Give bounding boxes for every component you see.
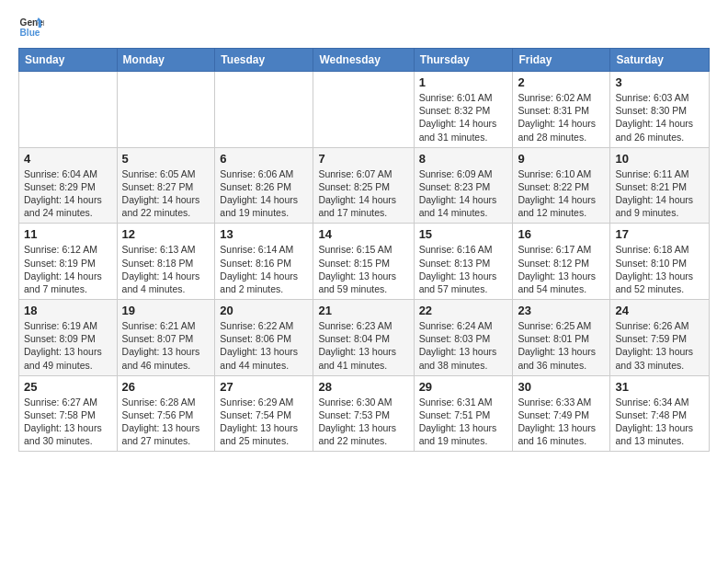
day-number: 18 <box>24 304 112 317</box>
week-row-2: 4Sunrise: 6:04 AM Sunset: 8:29 PM Daylig… <box>19 147 710 224</box>
cell-info: Sunrise: 6:02 AM Sunset: 8:31 PM Dayligh… <box>518 91 605 144</box>
svg-text:Blue: Blue <box>20 28 40 38</box>
day-number: 26 <box>122 380 210 394</box>
calendar-cell: 31Sunrise: 6:34 AM Sunset: 7:48 PM Dayli… <box>610 375 710 452</box>
day-number: 25 <box>24 380 112 394</box>
day-number: 15 <box>419 227 508 241</box>
calendar-cell: 3Sunrise: 6:03 AM Sunset: 8:30 PM Daylig… <box>610 72 710 148</box>
calendar-cell: 19Sunrise: 6:21 AM Sunset: 8:07 PM Dayli… <box>117 300 215 376</box>
cell-info: Sunrise: 6:17 AM Sunset: 8:12 PM Dayligh… <box>518 243 605 295</box>
calendar-cell: 7Sunrise: 6:07 AM Sunset: 8:25 PM Daylig… <box>313 147 414 224</box>
day-number: 2 <box>518 75 605 89</box>
cell-info: Sunrise: 6:29 AM Sunset: 7:54 PM Dayligh… <box>220 396 308 448</box>
day-number: 30 <box>518 380 605 394</box>
day-number: 12 <box>122 227 210 241</box>
cell-info: Sunrise: 6:26 AM Sunset: 7:59 PM Dayligh… <box>615 319 704 372</box>
day-number: 24 <box>615 304 704 317</box>
col-header-thursday: Thursday <box>414 49 513 72</box>
calendar-cell <box>117 72 215 148</box>
calendar-cell: 2Sunrise: 6:02 AM Sunset: 8:31 PM Daylig… <box>513 72 610 148</box>
day-number: 17 <box>615 227 704 241</box>
week-row-3: 11Sunrise: 6:12 AM Sunset: 8:19 PM Dayli… <box>19 224 710 300</box>
page-header: General Blue <box>18 15 710 40</box>
day-number: 6 <box>220 152 308 166</box>
cell-info: Sunrise: 6:11 AM Sunset: 8:21 PM Dayligh… <box>615 167 704 220</box>
day-number: 29 <box>419 380 508 394</box>
calendar-cell: 13Sunrise: 6:14 AM Sunset: 8:16 PM Dayli… <box>215 224 313 300</box>
cell-info: Sunrise: 6:33 AM Sunset: 7:49 PM Dayligh… <box>518 396 605 448</box>
calendar-cell <box>19 72 118 148</box>
col-header-monday: Monday <box>117 49 215 72</box>
calendar-cell: 21Sunrise: 6:23 AM Sunset: 8:04 PM Dayli… <box>313 300 414 376</box>
cell-info: Sunrise: 6:03 AM Sunset: 8:30 PM Dayligh… <box>615 91 704 144</box>
calendar-cell <box>215 72 313 148</box>
cell-info: Sunrise: 6:27 AM Sunset: 7:58 PM Dayligh… <box>24 396 112 448</box>
calendar-cell: 5Sunrise: 6:05 AM Sunset: 8:27 PM Daylig… <box>117 147 215 224</box>
calendar-cell: 26Sunrise: 6:28 AM Sunset: 7:56 PM Dayli… <box>117 375 215 452</box>
cell-info: Sunrise: 6:04 AM Sunset: 8:29 PM Dayligh… <box>24 167 112 220</box>
week-row-1: 1Sunrise: 6:01 AM Sunset: 8:32 PM Daylig… <box>19 72 710 148</box>
day-number: 9 <box>518 152 605 166</box>
cell-info: Sunrise: 6:18 AM Sunset: 8:10 PM Dayligh… <box>615 243 704 295</box>
day-number: 16 <box>518 227 605 241</box>
day-number: 1 <box>419 75 508 89</box>
calendar-cell: 6Sunrise: 6:06 AM Sunset: 8:26 PM Daylig… <box>215 147 313 224</box>
cell-info: Sunrise: 6:19 AM Sunset: 8:09 PM Dayligh… <box>24 319 112 372</box>
day-number: 28 <box>318 380 408 394</box>
calendar-cell: 20Sunrise: 6:22 AM Sunset: 8:06 PM Dayli… <box>215 300 313 376</box>
day-number: 19 <box>122 304 210 317</box>
cell-info: Sunrise: 6:30 AM Sunset: 7:53 PM Dayligh… <box>318 396 408 448</box>
calendar-cell: 11Sunrise: 6:12 AM Sunset: 8:19 PM Dayli… <box>19 224 118 300</box>
day-number: 8 <box>419 152 508 166</box>
day-number: 3 <box>615 75 704 89</box>
day-number: 13 <box>220 227 308 241</box>
calendar-cell: 22Sunrise: 6:24 AM Sunset: 8:03 PM Dayli… <box>414 300 513 376</box>
day-number: 4 <box>24 152 112 166</box>
calendar-cell: 17Sunrise: 6:18 AM Sunset: 8:10 PM Dayli… <box>610 224 710 300</box>
calendar-cell: 24Sunrise: 6:26 AM Sunset: 7:59 PM Dayli… <box>610 300 710 376</box>
calendar-cell: 29Sunrise: 6:31 AM Sunset: 7:51 PM Dayli… <box>414 375 513 452</box>
calendar-cell: 30Sunrise: 6:33 AM Sunset: 7:49 PM Dayli… <box>513 375 610 452</box>
day-number: 23 <box>518 304 605 317</box>
week-row-5: 25Sunrise: 6:27 AM Sunset: 7:58 PM Dayli… <box>19 375 710 452</box>
calendar-cell: 18Sunrise: 6:19 AM Sunset: 8:09 PM Dayli… <box>19 300 118 376</box>
col-header-sunday: Sunday <box>19 49 118 72</box>
cell-info: Sunrise: 6:28 AM Sunset: 7:56 PM Dayligh… <box>122 396 210 448</box>
calendar-cell: 14Sunrise: 6:15 AM Sunset: 8:15 PM Dayli… <box>313 224 414 300</box>
day-number: 21 <box>318 304 408 317</box>
logo: General Blue <box>18 15 44 40</box>
cell-info: Sunrise: 6:14 AM Sunset: 8:16 PM Dayligh… <box>220 243 308 295</box>
calendar-cell: 15Sunrise: 6:16 AM Sunset: 8:13 PM Dayli… <box>414 224 513 300</box>
day-number: 31 <box>615 380 704 394</box>
calendar-cell: 23Sunrise: 6:25 AM Sunset: 8:01 PM Dayli… <box>513 300 610 376</box>
calendar-cell <box>313 72 414 148</box>
col-header-wednesday: Wednesday <box>313 49 414 72</box>
cell-info: Sunrise: 6:34 AM Sunset: 7:48 PM Dayligh… <box>615 396 704 448</box>
cell-info: Sunrise: 6:10 AM Sunset: 8:22 PM Dayligh… <box>518 167 605 220</box>
col-header-friday: Friday <box>513 49 610 72</box>
logo-icon: General Blue <box>18 15 44 40</box>
cell-info: Sunrise: 6:07 AM Sunset: 8:25 PM Dayligh… <box>318 167 408 220</box>
cell-info: Sunrise: 6:09 AM Sunset: 8:23 PM Dayligh… <box>419 167 508 220</box>
col-header-tuesday: Tuesday <box>215 49 313 72</box>
day-number: 11 <box>24 227 112 241</box>
cell-info: Sunrise: 6:25 AM Sunset: 8:01 PM Dayligh… <box>518 319 605 372</box>
calendar-cell: 28Sunrise: 6:30 AM Sunset: 7:53 PM Dayli… <box>313 375 414 452</box>
day-number: 10 <box>615 152 704 166</box>
calendar-cell: 4Sunrise: 6:04 AM Sunset: 8:29 PM Daylig… <box>19 147 118 224</box>
cell-info: Sunrise: 6:22 AM Sunset: 8:06 PM Dayligh… <box>220 319 308 372</box>
cell-info: Sunrise: 6:24 AM Sunset: 8:03 PM Dayligh… <box>419 319 508 372</box>
calendar-cell: 12Sunrise: 6:13 AM Sunset: 8:18 PM Dayli… <box>117 224 215 300</box>
day-number: 27 <box>220 380 308 394</box>
day-number: 14 <box>318 227 408 241</box>
calendar-cell: 25Sunrise: 6:27 AM Sunset: 7:58 PM Dayli… <box>19 375 118 452</box>
week-row-4: 18Sunrise: 6:19 AM Sunset: 8:09 PM Dayli… <box>19 300 710 376</box>
cell-info: Sunrise: 6:01 AM Sunset: 8:32 PM Dayligh… <box>419 91 508 144</box>
cell-info: Sunrise: 6:12 AM Sunset: 8:19 PM Dayligh… <box>24 243 112 295</box>
day-number: 5 <box>122 152 210 166</box>
cell-info: Sunrise: 6:15 AM Sunset: 8:15 PM Dayligh… <box>318 243 408 295</box>
cell-info: Sunrise: 6:06 AM Sunset: 8:26 PM Dayligh… <box>220 167 308 220</box>
calendar-cell: 16Sunrise: 6:17 AM Sunset: 8:12 PM Dayli… <box>513 224 610 300</box>
cell-info: Sunrise: 6:16 AM Sunset: 8:13 PM Dayligh… <box>419 243 508 295</box>
calendar-cell: 9Sunrise: 6:10 AM Sunset: 8:22 PM Daylig… <box>513 147 610 224</box>
